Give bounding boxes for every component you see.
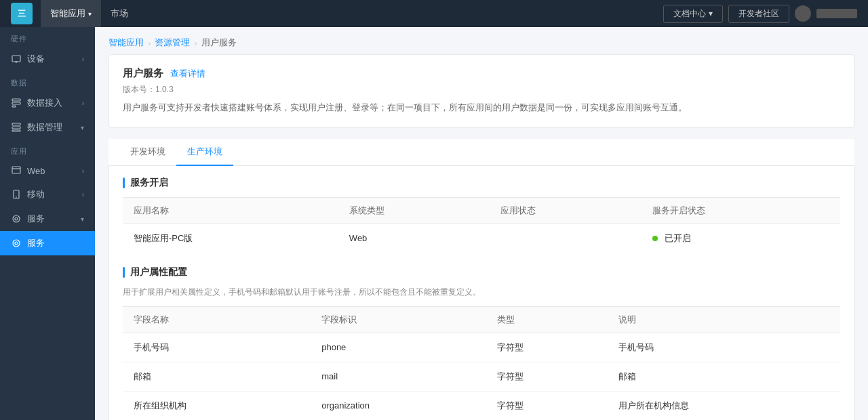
- sidebar-section-app: 应用: [0, 140, 95, 159]
- service-section-title: 服务开启: [130, 177, 168, 189]
- breadcrumb-current: 用户服务: [201, 37, 237, 49]
- td-field-type-0: 字符型: [486, 333, 608, 362]
- td-field-desc-2: 用户所在机构信息: [608, 391, 840, 420]
- section-bar: [123, 177, 125, 188]
- sidebar-item-device[interactable]: 设备 ›: [0, 47, 95, 71]
- user-attr-section-title: 用户属性配置: [130, 266, 187, 278]
- breadcrumb-smart-app[interactable]: 智能应用: [108, 37, 144, 49]
- chevron-right-icon: ›: [82, 100, 84, 107]
- table-row: 智能应用-PC版 Web 已开启: [123, 224, 840, 253]
- info-card-desc: 用户服务可支持开发者快速搭建账号体系，实现用户注册、登录等；在同一项目下，所有应…: [123, 101, 840, 115]
- sidebar-item-web-label: Web: [27, 166, 77, 176]
- top-nav-right: 文档中心 ▾ 开发者社区: [663, 5, 857, 23]
- sidebar-item-web[interactable]: Web ›: [0, 159, 95, 182]
- td-field-desc-0: 手机号码: [608, 333, 840, 362]
- sidebar-item-service[interactable]: 服务: [0, 231, 95, 255]
- sidebar-item-service-top-label: 服务: [27, 213, 75, 225]
- status-dot-green: [652, 236, 658, 241]
- td-field-type-1: 字符型: [486, 362, 608, 391]
- td-field-name-2: 所在组织机构: [123, 391, 311, 420]
- view-detail-link[interactable]: 查看详情: [170, 68, 205, 80]
- sidebar-item-mobile[interactable]: 移动 ›: [0, 182, 95, 207]
- chevron-down-icon: ▾: [709, 9, 713, 18]
- th-app-name: 应用名称: [123, 197, 338, 224]
- td-field-desc-1: 邮箱: [608, 362, 840, 391]
- sidebar-section-hardware: 硬件: [0, 27, 95, 47]
- tab-prod-env[interactable]: 生产环境: [176, 139, 233, 166]
- td-field-name-1: 邮箱: [123, 362, 311, 391]
- svg-point-14: [15, 217, 18, 220]
- breadcrumb-resource-manage[interactable]: 资源管理: [155, 37, 190, 49]
- service-icon: [11, 213, 22, 224]
- user-attr-section-header: 用户属性配置: [123, 266, 840, 278]
- svg-rect-5: [12, 106, 16, 107]
- table-row: 邮箱 mail 字符型 邮箱: [123, 362, 840, 391]
- service-section-header: 服务开启: [123, 177, 840, 189]
- svg-rect-6: [12, 123, 20, 125]
- mobile-icon: [11, 189, 22, 200]
- username-bar: [816, 9, 857, 18]
- th-service-status: 服务开启状态: [642, 197, 840, 224]
- info-card: 用户服务 查看详情 版本号：1.0.3 用户服务可支持开发者快速搭建账号体系，实…: [108, 54, 854, 128]
- main-content: 智能应用 › 资源管理 › 用户服务 用户服务 查看详情 版本号：1.0.3 用…: [95, 27, 868, 420]
- nav-item-smart-app[interactable]: 智能应用 ▾: [41, 0, 101, 27]
- chevron-down-icon: ▾: [88, 10, 92, 18]
- svg-point-13: [13, 215, 20, 222]
- table-row: 所在组织机构 organization 字符型 用户所在机构信息: [123, 391, 840, 420]
- content-area: 服务开启 应用名称 系统类型 应用状态 服务开启状态 智能应用-PC版 Web: [108, 166, 854, 420]
- svg-rect-8: [12, 130, 20, 131]
- sidebar-section-data: 数据: [0, 71, 95, 91]
- top-nav: 三 智能应用 ▾ 市场 文档中心 ▾ 开发者社区: [0, 0, 868, 27]
- data-manage-icon: [11, 122, 22, 133]
- chevron-down-icon: ▾: [81, 215, 84, 223]
- th-field-desc: 说明: [608, 306, 840, 333]
- th-app-status: 应用状态: [490, 197, 642, 224]
- td-service-status: 已开启: [642, 224, 840, 253]
- dev-community-button[interactable]: 开发者社区: [728, 5, 789, 23]
- th-field-id: 字段标识: [311, 306, 486, 333]
- docs-center-button[interactable]: 文档中心 ▾: [663, 5, 723, 23]
- svg-point-15: [13, 240, 20, 247]
- breadcrumb-sep-2: ›: [194, 38, 197, 48]
- sidebar-item-data-manage-label: 数据管理: [27, 121, 75, 133]
- td-field-id-2: organization: [311, 391, 486, 420]
- td-field-id-0: phone: [311, 333, 486, 362]
- data-connect-icon: [11, 98, 22, 108]
- chevron-right-icon: ›: [82, 56, 84, 63]
- chevron-right-icon: ›: [82, 167, 84, 175]
- user-attr-desc: 用于扩展用户相关属性定义，手机号码和邮箱默认用于账号注册，所以不能包含且不能被重…: [123, 287, 840, 298]
- chevron-down-icon: ▾: [81, 124, 84, 131]
- sidebar-item-data-manage[interactable]: 数据管理 ▾: [0, 115, 95, 140]
- th-field-name: 字段名称: [123, 306, 311, 333]
- web-icon: [11, 165, 22, 176]
- tabs: 开发环境 生产环境: [108, 139, 854, 166]
- avatar: [795, 5, 811, 22]
- sidebar-item-data-connect[interactable]: 数据接入 ›: [0, 91, 95, 115]
- service2-icon: [11, 238, 22, 249]
- td-app-status: [490, 224, 642, 253]
- user-attr-section: 用户属性配置 用于扩展用户相关属性定义，手机号码和邮箱默认用于账号注册，所以不能…: [123, 266, 840, 420]
- nav-item-market[interactable]: 市场: [101, 0, 138, 27]
- device-icon: [11, 54, 22, 64]
- td-field-type-2: 字符型: [486, 391, 608, 420]
- logo-icon: 三: [11, 3, 33, 24]
- svg-rect-9: [12, 167, 20, 173]
- user-attr-table: 字段名称 字段标识 类型 说明 手机号码 phone 字符型 手机号码: [123, 306, 840, 420]
- sidebar: 硬件 设备 › 数据 数据接入 › 数据管理 ▾ 应用: [0, 27, 95, 420]
- td-field-name-0: 手机号码: [123, 333, 311, 362]
- sidebar-item-service-top[interactable]: 服务 ▾: [0, 207, 95, 231]
- breadcrumb: 智能应用 › 资源管理 › 用户服务: [95, 27, 868, 54]
- td-field-id-1: mail: [311, 362, 486, 391]
- svg-rect-4: [12, 102, 20, 104]
- sidebar-item-mobile-label: 移动: [27, 188, 77, 201]
- td-system-type: Web: [338, 224, 490, 253]
- th-system-type: 系统类型: [338, 197, 490, 224]
- td-app-name: 智能应用-PC版: [123, 224, 338, 253]
- svg-rect-7: [12, 127, 20, 129]
- svg-rect-0: [12, 56, 20, 62]
- table-row: 手机号码 phone 字符型 手机号码: [123, 333, 840, 362]
- svg-rect-3: [12, 99, 20, 101]
- th-field-type: 类型: [486, 306, 608, 333]
- tab-dev-env[interactable]: 开发环境: [119, 139, 176, 166]
- sidebar-item-data-connect-label: 数据接入: [27, 97, 77, 109]
